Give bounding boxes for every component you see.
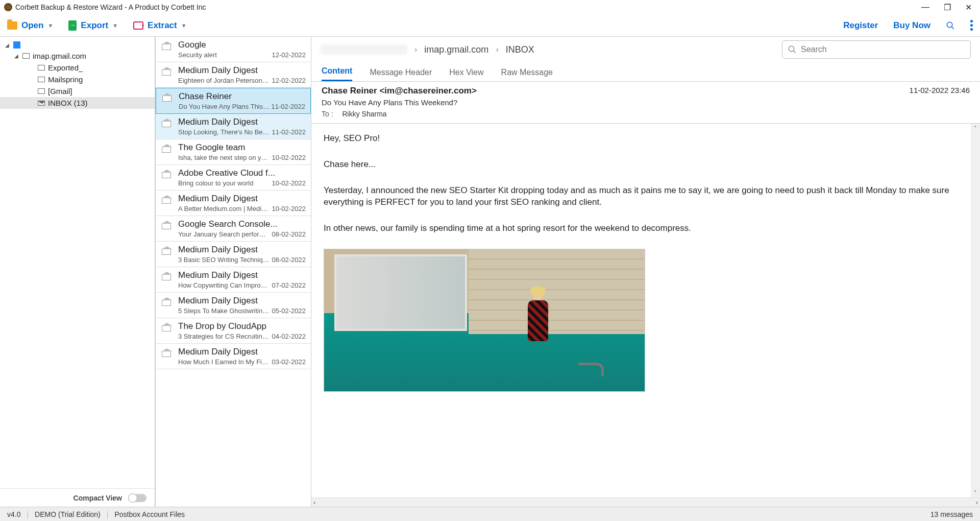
compact-view-toggle[interactable] (128, 494, 146, 502)
folder-icon (38, 88, 45, 94)
message-body[interactable]: Hey, SEO Pro! Chase here... Yesterday, I… (311, 124, 980, 498)
message-item[interactable]: Medium Daily Digest 5 Steps To Make Ghos… (156, 293, 311, 318)
message-datetime: 11-02-2022 23:46 (910, 86, 970, 94)
message-item[interactable]: Medium Daily Digest 3 Basic SEO Writing … (156, 242, 311, 267)
to-label: To : (322, 110, 333, 118)
scroll-left-icon[interactable]: ‹ (313, 499, 315, 506)
search-box[interactable] (782, 40, 971, 59)
status-bar: v4.0 | DEMO (Trial Edition) | Postbox Ac… (0, 507, 980, 521)
search-icon[interactable] (946, 21, 955, 30)
message-item[interactable]: Google Security alert12-02-2022 (156, 37, 311, 62)
search-icon (788, 45, 797, 54)
export-button[interactable]: Export ▼ (68, 20, 118, 31)
svg-point-2 (789, 46, 794, 52)
chevron-down-icon: ▼ (181, 22, 187, 29)
message-from: Chase Reiner <im@chasereiner.com> (322, 86, 970, 96)
message-subject-preview: Do You Have Any Plans This Week (179, 103, 271, 110)
extract-button[interactable]: Extract ▼ (133, 20, 187, 31)
scroll-right-icon[interactable]: › (976, 499, 978, 506)
envelope-icon (162, 351, 171, 357)
message-date: 12-02-2022 (272, 51, 306, 59)
envelope-icon (162, 44, 171, 50)
message-subject-preview: 3 Strategies for CS Recruiting | Cl (178, 333, 270, 340)
message-date: 04-02-2022 (272, 333, 306, 340)
maximize-button[interactable]: ❐ (944, 3, 951, 12)
open-label: Open (21, 20, 43, 31)
search-input[interactable] (801, 45, 965, 54)
folder-icon (38, 65, 45, 70)
body-paragraph: Hey, SEO Pro! (324, 133, 968, 145)
mail-icon (38, 101, 45, 106)
folder-label: Exported_ (48, 63, 83, 72)
status-edition: DEMO (Trial Edition) (35, 510, 101, 518)
embedded-image (324, 249, 645, 392)
envelope-icon (162, 96, 172, 102)
message-date: 03-02-2022 (272, 358, 306, 366)
tree-root[interactable]: ◢ (0, 40, 155, 50)
scroll-down-icon[interactable]: ˅ (971, 488, 980, 498)
tree-folder[interactable]: INBOX (13) (0, 97, 155, 109)
message-subject-preview: Eighteen of Jordan Peterson's Mo (178, 77, 270, 84)
tree-folder[interactable]: Mailspring (0, 74, 155, 85)
message-subject-preview: Stop Looking, There's No Better P (178, 128, 270, 136)
message-item[interactable]: Medium Daily Digest A Better Medium.com … (156, 191, 311, 216)
tab-hex-view[interactable]: Hex View (449, 68, 483, 81)
scroll-up-icon[interactable]: ˄ (971, 124, 980, 133)
envelope-icon (162, 172, 171, 178)
message-item[interactable]: The Google team Isha, take the next step… (156, 139, 311, 165)
minimize-button[interactable]: — (921, 3, 929, 12)
message-sender: Medium Daily Digest (178, 347, 306, 357)
open-button[interactable]: Open ▼ (7, 20, 53, 31)
message-header: Chase Reiner <im@chasereiner.com> Do You… (311, 82, 980, 124)
compact-view-label: Compact View (74, 494, 122, 502)
body-area: ◢ ◢ imap.gmail.com Exported_Mailspring[G… (0, 37, 980, 507)
message-item[interactable]: Adobe Creative Cloud f... Bring colour t… (156, 165, 311, 191)
horizontal-scrollbar[interactable]: ‹ › (311, 498, 980, 507)
body-paragraph: Yesterday, I announced the new SEO Start… (324, 185, 968, 208)
message-sender: The Drop by CloudApp (178, 321, 306, 331)
title-bar: Corbett Backup & Restore Wizard - A Prod… (0, 0, 980, 14)
tab-raw-message[interactable]: Raw Message (501, 68, 553, 81)
message-sender: Google Search Console... (178, 219, 306, 229)
tree-folder[interactable]: Exported_ (0, 62, 155, 74)
message-item[interactable]: Medium Daily Digest How Much I Earned In… (156, 344, 311, 369)
message-subject: Do You Have Any Plans This Weekend? (322, 98, 970, 107)
main-toolbar: Open ▼ Export ▼ Extract ▼ Register Buy N… (0, 14, 980, 37)
message-item[interactable]: Medium Daily Digest Stop Looking, There'… (156, 114, 311, 139)
preview-pane: › imap.gmail.com › INBOX Content Message… (311, 37, 980, 507)
tree-folder[interactable]: [Gmail] (0, 85, 155, 97)
root-icon (13, 41, 20, 49)
message-item[interactable]: Medium Daily Digest Eighteen of Jordan P… (156, 62, 311, 88)
folder-icon (22, 53, 30, 59)
message-date: 12-02-2022 (272, 77, 306, 84)
message-sender: Chase Reiner (179, 91, 305, 102)
message-item[interactable]: Google Search Console... Your January Se… (156, 216, 311, 242)
tab-content[interactable]: Content (322, 66, 352, 81)
message-sender: Medium Daily Digest (178, 245, 306, 255)
register-link[interactable]: Register (843, 20, 878, 31)
message-subject-preview: A Better Medium.com | Medium S (178, 205, 270, 212)
message-item[interactable]: Chase Reiner Do You Have Any Plans This … (156, 88, 311, 114)
status-message-count: 13 messages (930, 510, 973, 518)
buy-now-link[interactable]: Buy Now (893, 20, 930, 31)
app-icon (4, 3, 12, 11)
message-subject-preview: How Much I Earned In My First M (178, 358, 270, 366)
message-item[interactable]: The Drop by CloudApp 3 Strategies for CS… (156, 318, 311, 344)
breadcrumb-folder[interactable]: INBOX (506, 44, 534, 55)
vertical-scrollbar[interactable]: ˄ ˅ (971, 124, 980, 498)
message-sender: Medium Daily Digest (178, 65, 306, 76)
message-subject-preview: Your January Search performance (178, 230, 270, 238)
more-menu-icon[interactable] (970, 20, 973, 31)
message-date: 05-02-2022 (272, 307, 306, 315)
close-button[interactable]: ✕ (965, 3, 972, 12)
folder-open-icon (7, 21, 17, 30)
breadcrumb-row: › imap.gmail.com › INBOX (311, 37, 980, 62)
tree-account[interactable]: ◢ imap.gmail.com (0, 50, 155, 62)
separator: | (107, 510, 109, 518)
message-subject-preview: 5 Steps To Make Ghostwriting Wo (178, 307, 270, 315)
message-subject-preview: Isha, take the next step on your W (178, 154, 270, 161)
breadcrumb-account[interactable]: imap.gmail.com (424, 44, 488, 55)
tab-message-header[interactable]: Message Header (370, 68, 432, 81)
message-item[interactable]: Medium Daily Digest How Copywriting Can … (156, 267, 311, 293)
folder-label: [Gmail] (48, 87, 72, 96)
